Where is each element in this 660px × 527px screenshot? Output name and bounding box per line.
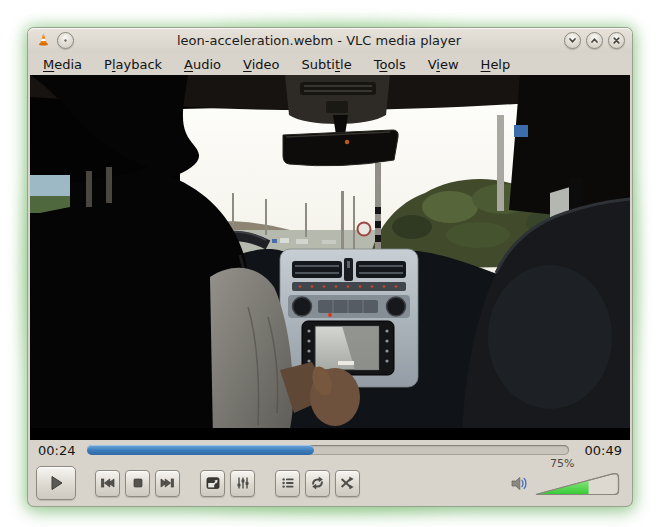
menu-subtitle[interactable]: Subtitle: [290, 55, 362, 74]
playlist-button[interactable]: [275, 470, 300, 497]
video-area[interactable]: [30, 75, 630, 440]
playlist-icon: [280, 475, 296, 491]
video-frame: [30, 75, 630, 440]
menu-label-pre: Subti: [301, 57, 334, 72]
maximize-button[interactable]: [586, 32, 603, 49]
loop-icon: [309, 475, 326, 491]
vlc-window: leon-acceleration.webm - VLC media playe…: [28, 28, 632, 506]
menu-label-pre: P: [104, 57, 112, 72]
close-button[interactable]: [608, 32, 625, 49]
media-screen: [302, 321, 394, 375]
menu-label-post: le: [340, 57, 352, 72]
loop-button[interactable]: [305, 470, 330, 497]
skip-previous-icon: [99, 475, 116, 491]
shuffle-icon: [339, 475, 356, 491]
menu-tools[interactable]: Tools: [363, 55, 417, 74]
minimize-button[interactable]: [564, 32, 581, 49]
previous-button[interactable]: [95, 470, 120, 497]
speaker-icon[interactable]: [509, 474, 529, 493]
menu-label-mnemonic: M: [43, 57, 54, 72]
menu-media[interactable]: Media: [32, 55, 93, 74]
play-icon: [46, 473, 66, 493]
menu-help[interactable]: Help: [470, 55, 522, 74]
left-side-window: [30, 175, 70, 213]
volume-widget: 75%: [509, 470, 624, 497]
shuffle-button[interactable]: [335, 470, 360, 497]
menu-video[interactable]: Video: [232, 55, 290, 74]
menubar: Media Playback Audio Video Subtitle Tool…: [28, 53, 632, 75]
extended-settings-button[interactable]: [230, 470, 255, 497]
fullscreen-icon: [205, 475, 221, 491]
menu-label-post: ideo: [252, 57, 280, 72]
menu-playback[interactable]: Playback: [93, 55, 173, 74]
skip-next-icon: [159, 475, 176, 491]
controls-bar: 75%: [28, 460, 632, 510]
elapsed-time: 00:24: [38, 443, 78, 458]
menu-label-post: edia: [54, 57, 82, 72]
menu-view[interactable]: View: [417, 55, 470, 74]
stop-icon: [130, 475, 146, 491]
seek-slider[interactable]: [87, 445, 569, 455]
lamp-pole: [497, 115, 504, 211]
menu-label-post: ols: [387, 57, 405, 72]
menu-label-post: udio: [193, 57, 221, 72]
menu-label-mnemonic: H: [481, 57, 491, 72]
window-title: leon-acceleration.webm - VLC media playe…: [79, 33, 559, 48]
equalizer-icon: [235, 475, 251, 491]
window-menu-button[interactable]: [57, 32, 74, 49]
vlc-cone-icon: [35, 32, 52, 49]
seek-fill: [87, 445, 314, 455]
seek-row: 00:24 00:49: [28, 440, 632, 460]
titlebar[interactable]: leon-acceleration.webm - VLC media playe…: [28, 28, 632, 53]
menu-label-mnemonic: A: [184, 57, 193, 72]
menu-label-post: ew: [440, 57, 459, 72]
stop-button[interactable]: [125, 470, 150, 497]
volume-percent-label: 75%: [550, 458, 574, 470]
menu-audio[interactable]: Audio: [173, 55, 232, 74]
frame-bottom-bar: [30, 428, 630, 440]
total-time: 00:49: [578, 443, 622, 458]
volume-wedge: [534, 470, 622, 497]
volume-slider[interactable]: 75%: [534, 470, 622, 497]
menu-label-mnemonic: V: [243, 57, 252, 72]
menu-label-post: ayback: [116, 57, 163, 72]
next-button[interactable]: [155, 470, 180, 497]
fullscreen-button[interactable]: [200, 470, 225, 497]
menu-label-post: elp: [490, 57, 510, 72]
play-button[interactable]: [36, 466, 76, 500]
car-interior-scene: [30, 75, 630, 440]
